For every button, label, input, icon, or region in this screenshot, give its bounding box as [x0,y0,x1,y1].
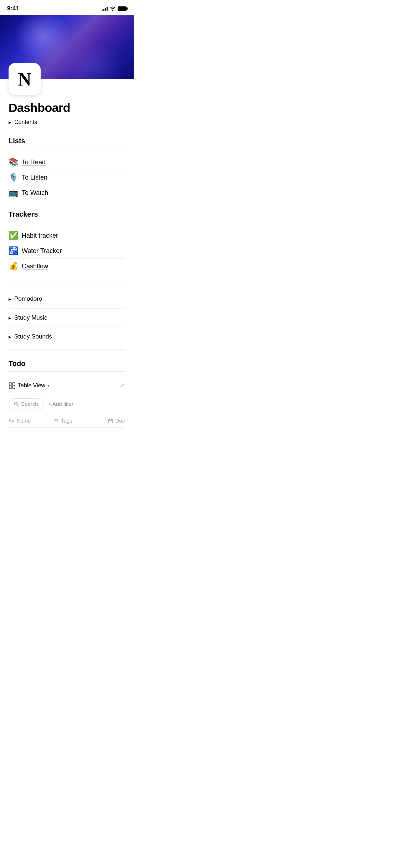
search-button[interactable]: Search [9,398,43,409]
to-listen-label: To Listen [22,174,47,181]
table-view-label: Table View [18,382,45,389]
status-time: 9:41 [7,5,19,12]
table-columns: Aa Name Tags Due [9,414,125,428]
water-tracker-label: Water Tracker [22,247,62,255]
water-tracker-emoji: 🚰 [9,247,18,255]
todo-heading: Todo [9,360,125,368]
column-tags: Tags [54,418,97,424]
table-toolbar: Table View ▾ ⤢ [9,377,125,394]
toggle-item-study-sounds[interactable]: ▶ Study Sounds [9,327,125,346]
trackers-heading: Trackers [9,210,125,218]
search-icon [14,402,19,407]
list-item-to-watch[interactable]: 📺 To Watch [9,185,125,200]
toggles-bottom-divider [9,349,125,350]
toggle-item-study-music[interactable]: ▶ Study Music [9,309,125,327]
name-col-label: Name [17,418,31,424]
contents-arrow-icon: ▶ [9,120,11,124]
lists-divider [9,149,125,149]
add-filter-plus-icon: + [48,401,51,407]
notion-logo: N [9,63,41,95]
list-item-to-read[interactable]: 📚 To Read [9,155,125,170]
study-sounds-label: Study Sounds [14,333,52,340]
toggles-top-divider [9,284,125,284]
study-sounds-arrow-icon: ▶ [9,335,11,339]
battery-icon [118,6,127,11]
svg-rect-9 [108,419,113,423]
notion-logo-letter: N [18,69,31,90]
study-music-arrow-icon: ▶ [9,316,11,320]
due-col-icon [108,418,113,423]
toggle-item-pomodoro[interactable]: ▶ Pomodoro [9,290,125,309]
to-watch-emoji: 📺 [9,189,18,197]
filter-bar: Search + Add filter [9,394,125,414]
signal-icon [102,6,108,11]
contents-label: Contents [14,119,37,125]
svg-line-5 [17,404,19,406]
due-col-label: Due [115,418,125,424]
to-watch-label: To Watch [22,189,48,197]
to-read-emoji: 📚 [9,158,18,166]
todo-section: Todo Table View ▾ ⤢ [9,360,125,428]
list-item-water-tracker[interactable]: 🚰 Water Tracker [9,243,125,259]
column-name: Aa Name [9,418,54,424]
add-filter-label: Add filter [52,401,73,407]
status-icons [102,6,127,11]
svg-rect-0 [9,383,12,385]
cashflow-label: Cashflow [22,263,48,270]
to-listen-emoji: 🎙️ [9,174,18,181]
list-item-to-listen[interactable]: 🎙️ To Listen [9,170,125,185]
toggles-section: ▶ Pomodoro ▶ Study Music ▶ Study Sounds [9,284,125,350]
page-content: Dashboard ▶ Contents Lists 📚 To Read 🎙️ … [0,101,134,428]
cashflow-emoji: 💰 [9,262,18,270]
status-bar: 9:41 [0,0,134,15]
list-item-cashflow[interactable]: 💰 Cashflow [9,259,125,274]
svg-rect-2 [9,386,12,388]
search-label: Search [21,401,38,407]
study-music-label: Study Music [14,314,47,321]
name-col-icon: Aa [9,418,15,423]
trackers-divider [9,222,125,222]
list-item-habit-tracker[interactable]: ✅ Habit tracker [9,228,125,243]
habit-tracker-emoji: ✅ [9,232,18,239]
contents-toggle[interactable]: ▶ Contents [9,119,125,125]
column-due: Due [97,418,125,424]
lists-section: Lists 📚 To Read 🎙️ To Listen 📺 To Watch [9,137,125,200]
pomodoro-arrow-icon: ▶ [9,297,11,301]
table-view-chevron-icon: ▾ [47,383,50,388]
pomodoro-label: Pomodoro [14,295,42,303]
wifi-icon [110,6,115,11]
svg-rect-1 [12,383,15,385]
habit-tracker-label: Habit tracker [22,232,58,239]
table-view-button[interactable]: Table View ▾ [9,382,50,389]
table-view-icon [9,382,16,389]
tags-col-icon [54,418,59,423]
page-title: Dashboard [9,101,125,115]
svg-rect-3 [12,386,15,388]
to-read-label: To Read [22,159,46,166]
tags-col-label: Tags [61,418,72,424]
todo-divider [9,371,125,372]
expand-icon[interactable]: ⤢ [120,382,125,389]
add-filter-button[interactable]: + Add filter [48,401,74,407]
notion-logo-container: N [9,63,134,95]
lists-heading: Lists [9,137,125,145]
trackers-section: Trackers ✅ Habit tracker 🚰 Water Tracker… [9,210,125,274]
